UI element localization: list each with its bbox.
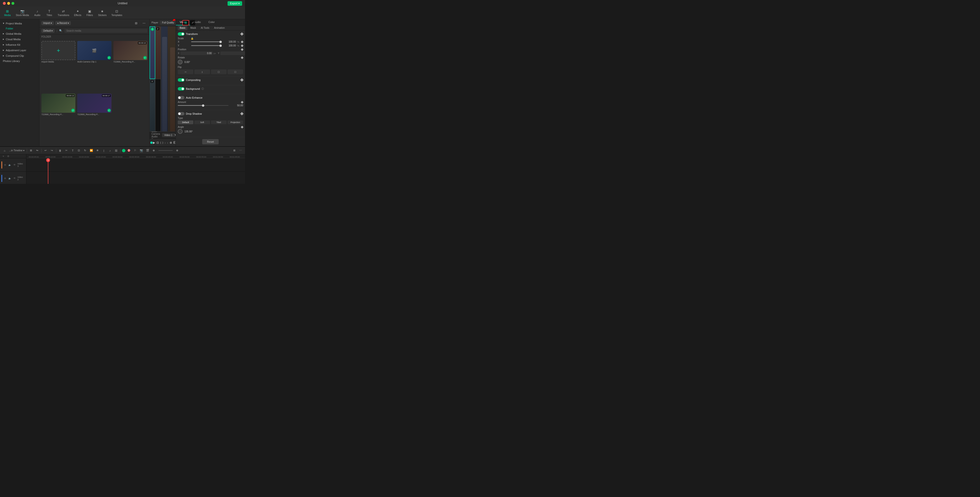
background-toggle[interactable] [178,87,185,91]
tl-multicam-btn[interactable]: 🎬 [145,148,150,153]
angle-dial[interactable] [178,129,183,134]
search-input[interactable] [64,29,147,33]
subtab-animation[interactable]: Animation [212,25,227,30]
sort-button[interactable]: ⊟ [133,21,139,25]
tl-zoom-slider[interactable] [158,150,173,151]
list-item-import[interactable]: + Import Media [41,41,75,92]
toolbar-filters[interactable]: ▣ Filters [84,8,95,18]
maximize-button[interactable] [11,2,14,5]
shadow-tiled-btn[interactable]: Tiled [211,120,227,124]
sidebar-item-influence-kit[interactable]: ▸ Influence Kit [0,42,39,48]
tl-grid-btn[interactable]: ⊞ [29,148,34,153]
cam-add-1[interactable]: + [151,27,154,31]
drop-shadow-diamond[interactable] [240,112,243,115]
snap-button[interactable]: ⊛ [170,140,172,145]
sidebar-item-adjustment-layer[interactable]: ▸ Adjustment Layer [0,48,39,53]
export-button[interactable]: Export ▾ [228,1,242,6]
amount-diamond[interactable] [241,101,243,104]
sidebar-item-compound-clip[interactable]: ▸ Compound Clip [0,53,39,58]
toolbar-transitions[interactable]: ⇄ Transitions [56,8,71,18]
audio-source-selector[interactable]: Video 1 [162,133,178,137]
tl-cam-btn[interactable]: 📷 [139,148,144,153]
pos-x-input[interactable] [180,51,213,55]
sidebar-item-global-media[interactable]: ▸ Global Media [0,31,39,37]
track-v2-eye[interactable]: 👁 [13,177,16,180]
bracket-in[interactable]: { [160,140,161,145]
rotate-dial[interactable] [178,60,183,64]
tl-undo-btn[interactable]: ↩ [43,148,48,153]
transform-toggle[interactable] [178,32,185,36]
tl-link-btn[interactable]: ⛓ [114,148,119,153]
pos-y-input[interactable] [220,51,245,55]
compositing-diamond[interactable] [240,78,243,82]
transform-diamond[interactable] [240,32,243,36]
tl-redo-btn[interactable]: ↪ [49,148,54,153]
amount-slider[interactable] [178,105,229,106]
flip-h-button[interactable]: ↔ [178,69,193,74]
flip-btn3[interactable]: □ [211,69,227,74]
home-button[interactable]: ⌂ [2,148,7,153]
bracket-out[interactable]: } [162,140,163,145]
lock-icon[interactable]: 🔒 [191,37,194,40]
track-v2-icon2[interactable]: 🔈 [8,177,12,180]
multicam-view-button[interactable]: ⊞ [182,20,189,25]
tl-settings-btn[interactable]: ⚙ [6,155,10,158]
track-v3-icon1[interactable]: ⊕ [3,163,7,167]
tl-audio-btn[interactable]: ♪ [107,148,113,153]
tab-color[interactable]: Color [205,19,218,25]
tl-zoom-in-btn[interactable]: ⊕ [151,148,156,153]
tl-more-btn[interactable]: ⋯ [238,148,243,153]
minimize-button[interactable] [7,2,10,5]
flip-v-button[interactable]: ↕ [194,69,210,74]
shadow-projection-btn[interactable]: Projection [228,120,243,124]
tl-zoom-out-btn[interactable]: ⊕ [175,148,180,153]
tl-marker-btn[interactable]: ⚐ [132,148,138,153]
import-button[interactable]: Import ▾ [41,21,54,25]
drop-shadow-toggle[interactable] [178,112,185,115]
tl-record-btn[interactable] [122,149,126,152]
subtab-basic[interactable]: Basic [178,25,187,30]
tl-crop-btn[interactable]: ⊡ [76,148,81,153]
cam-cell-3[interactable]: 3 [150,79,155,132]
toolbar-audio[interactable]: ♪ Audio [32,8,43,18]
track-v2-icon1[interactable]: ⊕ [3,177,7,180]
toolbar-titles[interactable]: T Titles [44,8,55,18]
position-diamond[interactable] [241,48,243,51]
tl-split-btn[interactable]: | [101,148,107,153]
subtab-mask[interactable]: Mask [188,25,198,30]
background-info-icon[interactable]: ⓘ [202,87,204,91]
toolbar-effects[interactable]: ✦ Effects [72,8,83,18]
mark-in[interactable]: ↓ [165,140,166,145]
scale-x-diamond[interactable] [241,40,243,43]
record-button[interactable]: ● Record ▾ [55,21,71,25]
list-item-rec2[interactable]: 00:00:13 ✓ 722868_Recording P... [41,94,75,144]
list-item-multicam[interactable]: 🎬 ✓ Multi-Camera Clip 1 [77,41,111,92]
compositing-toggle[interactable] [178,78,185,82]
tl-freeze-btn[interactable]: ❄ [95,148,100,153]
subtab-ai-tools[interactable]: AI Tools [199,25,211,30]
tl-add-track-btn[interactable]: + [2,155,5,158]
sidebar-item-photos-library[interactable]: Photos Library [0,58,39,64]
cam-cell-1[interactable]: 1 + [150,26,155,79]
default-dropdown[interactable]: Default ▾ [41,29,54,33]
play-button[interactable]: ▶ [153,140,155,145]
scale-y-slider[interactable] [191,45,221,46]
toolbar-stock[interactable]: 📷 Stock Media [14,8,31,18]
tl-text-btn[interactable]: T [70,148,75,153]
reset-button[interactable]: Reset [202,139,219,144]
fullscreen-ctrl-button[interactable]: ⊡ [156,140,159,145]
fullscreen-button[interactable]: ⤢ [190,20,195,25]
shadow-soft-btn[interactable]: Soft [194,120,210,124]
tl-rotate-btn[interactable]: ↻ [83,148,88,153]
rotate-diamond[interactable] [241,56,243,59]
cam-cell-4[interactable] [155,79,161,132]
track-v3-eye[interactable]: 👁 [13,163,16,167]
tl-ripple-btn[interactable]: ↬ [35,148,40,153]
list-item-rec3[interactable]: 00:00:17 ✓ 722869_Recording P... [77,94,111,144]
angle-diamond[interactable] [241,126,243,128]
scale-y-diamond[interactable] [241,44,243,47]
tl-delete-btn[interactable]: 🗑 [58,148,63,153]
more-button[interactable]: ⋯ [141,21,147,25]
toolbar-media[interactable]: ⊞ Media [2,8,13,18]
auto-enhance-toggle[interactable] [178,96,185,99]
